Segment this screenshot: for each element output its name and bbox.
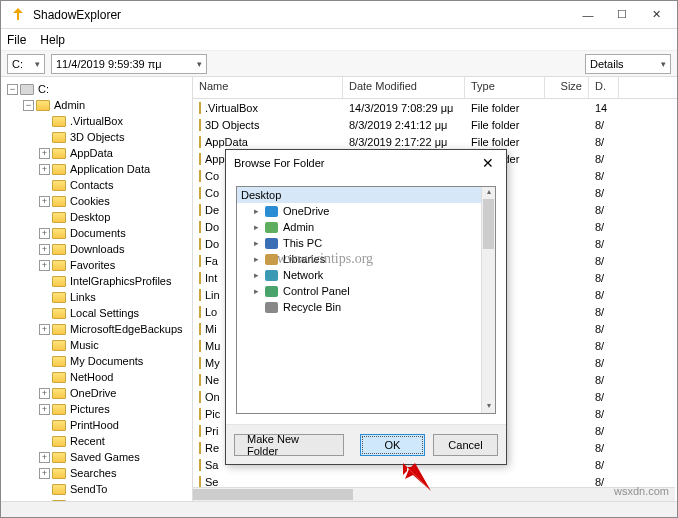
chevron-right-icon[interactable]: ▸ bbox=[251, 238, 261, 248]
tree-item[interactable]: Local Settings bbox=[3, 305, 190, 321]
tree-item[interactable]: +Searches bbox=[3, 465, 190, 481]
menu-help[interactable]: Help bbox=[40, 33, 65, 47]
drive-combo[interactable]: C:▾ bbox=[7, 54, 45, 74]
cloud-icon bbox=[263, 204, 279, 218]
expand-icon[interactable]: + bbox=[39, 324, 50, 335]
horizontal-scrollbar[interactable] bbox=[193, 487, 675, 501]
tree-item[interactable]: +MicrosoftEdgeBackups bbox=[3, 321, 190, 337]
list-row[interactable]: AppData8/3/2019 2:17:22 μμFile folder8/ bbox=[193, 133, 677, 150]
tree-label: IntelGraphicsProfiles bbox=[70, 275, 172, 287]
folder-item[interactable]: ▸Control Panel bbox=[237, 283, 495, 299]
scroll-up-icon[interactable]: ▴ bbox=[482, 187, 495, 199]
tree-item[interactable]: +AppData bbox=[3, 145, 190, 161]
tree-item[interactable]: SendTo bbox=[3, 481, 190, 497]
folder-label: OneDrive bbox=[283, 205, 329, 217]
tree-item[interactable]: +Downloads bbox=[3, 241, 190, 257]
expand-icon[interactable]: + bbox=[39, 388, 50, 399]
folder-item[interactable]: ▸This PC bbox=[237, 235, 495, 251]
folder-icon bbox=[52, 468, 66, 479]
tree-item[interactable]: +OneDrive bbox=[3, 385, 190, 401]
tree-item[interactable]: +Pictures bbox=[3, 401, 190, 417]
minimize-button[interactable]: — bbox=[571, 4, 605, 26]
menu-file[interactable]: File bbox=[7, 33, 26, 47]
tree-admin[interactable]: − Admin bbox=[3, 97, 190, 113]
col-size[interactable]: Size bbox=[545, 77, 589, 98]
chevron-right-icon[interactable]: ▸ bbox=[251, 206, 261, 216]
vertical-scrollbar[interactable]: ▴ ▾ bbox=[481, 187, 495, 413]
tree-item[interactable]: +Documents bbox=[3, 225, 190, 241]
folder-icon bbox=[52, 420, 66, 431]
tree-item[interactable]: My Documents bbox=[3, 353, 190, 369]
chevron-right-icon[interactable]: ▸ bbox=[251, 254, 261, 264]
expand-icon[interactable]: + bbox=[39, 260, 50, 271]
scrollbar-thumb[interactable] bbox=[483, 199, 494, 249]
tree-label: Documents bbox=[70, 227, 126, 239]
folder-icon bbox=[199, 340, 201, 352]
chevron-right-icon[interactable]: ▸ bbox=[251, 270, 261, 280]
ok-button[interactable]: OK bbox=[360, 434, 425, 456]
folder-item[interactable]: ▸Network bbox=[237, 267, 495, 283]
tree-item[interactable]: .VirtualBox bbox=[3, 113, 190, 129]
chevron-right-icon[interactable]: ▸ bbox=[251, 222, 261, 232]
folder-tree-box[interactable]: Desktop ▸OneDrive▸Admin▸This PC▸Librarie… bbox=[236, 186, 496, 414]
snapshot-combo-value: 11/4/2019 9:59:39 πμ bbox=[56, 58, 162, 70]
list-row[interactable]: 3D Objects8/3/2019 2:41:12 μμFile folder… bbox=[193, 116, 677, 133]
folder-item[interactable]: ▸OneDrive bbox=[237, 203, 495, 219]
expand-icon[interactable]: + bbox=[39, 452, 50, 463]
col-name[interactable]: Name bbox=[193, 77, 343, 98]
folder-icon bbox=[52, 228, 66, 239]
expand-icon[interactable]: + bbox=[39, 148, 50, 159]
folder-label: Libraries bbox=[283, 253, 325, 265]
dialog-close-button[interactable]: ✕ bbox=[478, 155, 498, 171]
tree-item[interactable]: +Saved Games bbox=[3, 449, 190, 465]
cancel-button[interactable]: Cancel bbox=[433, 434, 498, 456]
tree-item[interactable]: +Application Data bbox=[3, 161, 190, 177]
tree-item[interactable]: Desktop bbox=[3, 209, 190, 225]
tree-item[interactable]: Music bbox=[3, 337, 190, 353]
tree-label: PrintHood bbox=[70, 419, 119, 431]
tree-item[interactable]: Recent bbox=[3, 433, 190, 449]
col-type[interactable]: Type bbox=[465, 77, 545, 98]
collapse-icon[interactable]: − bbox=[23, 100, 34, 111]
list-row[interactable]: .VirtualBox14/3/2019 7:08:29 μμFile fold… bbox=[193, 99, 677, 116]
col-date[interactable]: Date Modified bbox=[343, 77, 465, 98]
tree-item[interactable]: PrintHood bbox=[3, 417, 190, 433]
tree-item[interactable]: Links bbox=[3, 289, 190, 305]
tree-item[interactable]: 3D Objects bbox=[3, 129, 190, 145]
folder-tree[interactable]: − C: − Admin .VirtualBox3D Objects+AppDa… bbox=[1, 77, 193, 501]
tree-item[interactable]: Contacts bbox=[3, 177, 190, 193]
snapshot-combo[interactable]: 11/4/2019 9:59:39 πμ▾ bbox=[51, 54, 207, 74]
view-combo[interactable]: Details▾ bbox=[585, 54, 671, 74]
folder-item[interactable]: ▸Libraries bbox=[237, 251, 495, 267]
scrollbar-thumb[interactable] bbox=[193, 489, 353, 500]
scroll-down-icon[interactable]: ▾ bbox=[482, 401, 495, 413]
folder-item[interactable]: ▸Admin bbox=[237, 219, 495, 235]
folder-item[interactable]: Recycle Bin bbox=[237, 299, 495, 315]
expand-icon[interactable]: + bbox=[39, 164, 50, 175]
expand-icon[interactable]: + bbox=[39, 244, 50, 255]
collapse-icon[interactable]: − bbox=[7, 84, 18, 95]
expand-icon[interactable]: + bbox=[39, 228, 50, 239]
folder-icon bbox=[52, 500, 66, 502]
col-d[interactable]: D. bbox=[589, 77, 619, 98]
folder-icon bbox=[52, 404, 66, 415]
tree-label: SendTo bbox=[70, 483, 107, 495]
folder-label: Admin bbox=[283, 221, 314, 233]
tree-label: Searches bbox=[70, 467, 116, 479]
chevron-right-icon[interactable]: ▸ bbox=[251, 286, 261, 296]
expand-icon[interactable]: + bbox=[39, 468, 50, 479]
close-button[interactable]: ✕ bbox=[639, 4, 673, 26]
make-new-folder-button[interactable]: Make New Folder bbox=[234, 434, 344, 456]
folder-item-desktop[interactable]: Desktop bbox=[237, 187, 495, 203]
expand-icon[interactable]: + bbox=[39, 196, 50, 207]
tree-item[interactable]: Start Menu bbox=[3, 497, 190, 501]
tree-root[interactable]: − C: bbox=[3, 81, 190, 97]
view-combo-value: Details bbox=[590, 58, 624, 70]
tree-item[interactable]: +Cookies bbox=[3, 193, 190, 209]
maximize-button[interactable]: ☐ bbox=[605, 4, 639, 26]
tree-item[interactable]: +Favorites bbox=[3, 257, 190, 273]
folder-icon bbox=[199, 119, 201, 131]
tree-item[interactable]: NetHood bbox=[3, 369, 190, 385]
tree-item[interactable]: IntelGraphicsProfiles bbox=[3, 273, 190, 289]
expand-icon[interactable]: + bbox=[39, 404, 50, 415]
